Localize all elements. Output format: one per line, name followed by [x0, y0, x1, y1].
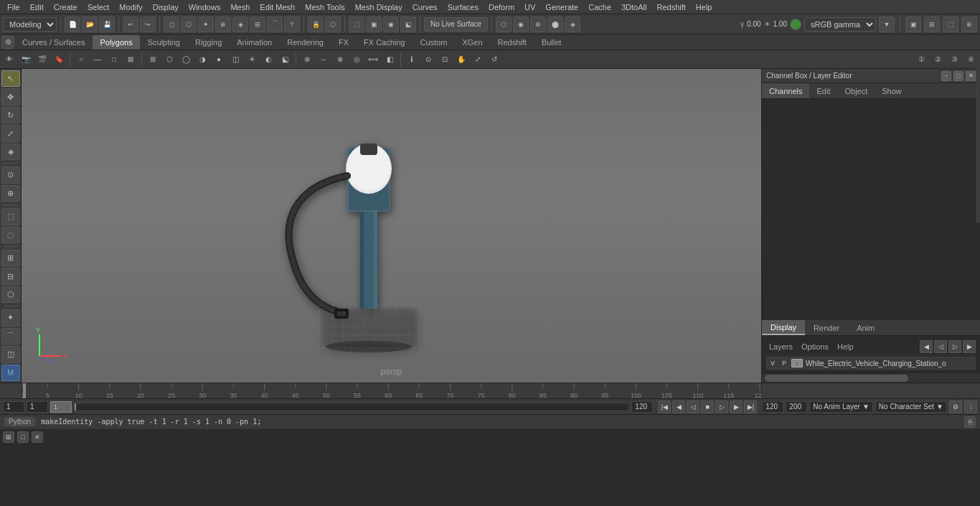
menu-mesh-tools[interactable]: Mesh Tools	[301, 1, 349, 13]
layers-tab-layers[interactable]: Layers	[766, 342, 796, 352]
menu-curves[interactable]: Curves	[408, 1, 442, 13]
soft-mod-btn[interactable]: ⊙	[1, 167, 20, 183]
layer-next2-btn[interactable]: ▷	[948, 340, 961, 353]
layer-prev2-btn[interactable]: ◁	[934, 340, 947, 353]
render6-btn[interactable]: ◉	[513, 17, 529, 32]
settings3-btn[interactable]: ⬚	[943, 17, 958, 32]
wireframe-btn[interactable]: ⬡	[161, 52, 177, 67]
undo-btn[interactable]: ↩	[123, 17, 138, 32]
select-btn[interactable]: ◻	[164, 17, 179, 32]
magnet-btn[interactable]: ◈	[232, 17, 248, 32]
tab-fx-caching[interactable]: FX Caching	[357, 35, 412, 50]
vertex-btn[interactable]: ○	[73, 52, 89, 67]
isolate-btn[interactable]: ⊙	[420, 52, 436, 67]
tab-display[interactable]: Display	[762, 320, 805, 335]
transform-btn[interactable]: ↔	[316, 52, 331, 67]
layer-item[interactable]: V P / White_Electric_Vehicle_Charging_St…	[766, 357, 976, 370]
universal-tool-btn[interactable]: ◈	[1, 144, 20, 160]
channel-box-edge-label[interactable]: Channel Box / Layer Editor	[976, 69, 980, 165]
settings-cog[interactable]: ⚙	[1, 36, 14, 49]
lasso-sel-btn[interactable]: ◌	[1, 227, 20, 243]
redo-btn[interactable]: ↪	[140, 17, 156, 32]
anim-layer-dropdown[interactable]: No Anim Layer ▼	[809, 401, 873, 413]
channel-box-close[interactable]: ✕	[966, 71, 976, 81]
curve-btn[interactable]: ⌒	[267, 17, 283, 32]
render2-btn[interactable]: ▣	[366, 17, 382, 32]
tab-curves-surfaces[interactable]: Curves / Surfaces	[15, 35, 92, 50]
tab-redshift[interactable]: Redshift	[491, 35, 534, 50]
tab-bullet[interactable]: Bullet	[534, 35, 569, 50]
layer-scrollbar[interactable]	[762, 373, 980, 383]
menu-mesh[interactable]: Mesh	[226, 1, 254, 13]
camera-btn[interactable]: 📷	[18, 52, 34, 67]
dolly-btn[interactable]: ⤢	[470, 52, 486, 67]
menu-display[interactable]: Display	[149, 1, 183, 13]
go-end-btn[interactable]: ▶|	[744, 400, 757, 413]
channel-box-minimize[interactable]: −	[941, 71, 951, 81]
anim-settings-btn[interactable]: ⚙	[949, 400, 962, 413]
cam3-btn[interactable]: ③	[946, 52, 962, 67]
tab-show[interactable]: Show	[875, 83, 909, 98]
select-tool-btn[interactable]: ↖	[1, 70, 20, 87]
menu-cache[interactable]: Cache	[584, 1, 616, 13]
focus-btn[interactable]: ⊡	[437, 52, 453, 67]
layer-visibility-v[interactable]: V	[768, 359, 777, 367]
texture-btn[interactable]: ◫	[227, 52, 243, 67]
tab-rigging[interactable]: Rigging	[188, 35, 229, 50]
render8-btn[interactable]: ⬤	[547, 17, 563, 32]
menu-create[interactable]: Create	[50, 1, 82, 13]
character-set-dropdown[interactable]: No Character Set ▼	[875, 401, 947, 413]
window-icon-btn[interactable]: ⊞	[3, 431, 14, 443]
cam1-btn[interactable]: ①	[913, 52, 929, 67]
menu-edit[interactable]: Edit	[26, 1, 48, 13]
channel-box-restore[interactable]: □	[953, 71, 963, 81]
colorspace-dropdown[interactable]: sRGB gamma	[804, 17, 876, 32]
help2-btn[interactable]: ?	[284, 17, 300, 32]
movie-btn[interactable]: 🎬	[34, 52, 50, 67]
timeline-ruler[interactable]	[22, 383, 761, 398]
layers-tab-options[interactable]: Options	[798, 342, 831, 352]
render5-btn[interactable]: ⬡	[496, 17, 512, 32]
lasso-btn[interactable]: ⬡	[181, 17, 197, 32]
viewport[interactable]: persp X Y Z	[22, 69, 761, 383]
attribute-editor-edge-label[interactable]: Attribute Editor	[976, 165, 980, 222]
shadow-btn[interactable]: ◐	[260, 52, 276, 67]
marquee-btn[interactable]: ⬚	[1, 208, 20, 225]
menu-generate[interactable]: Generate	[541, 1, 583, 13]
softsel-btn[interactable]: ◎	[349, 52, 364, 67]
shade2-btn[interactable]: ●	[211, 52, 227, 67]
reflsym-btn[interactable]: ⟺	[365, 52, 381, 67]
open-file-btn[interactable]: 📂	[82, 17, 98, 32]
menu-select[interactable]: Select	[83, 1, 114, 13]
snap1-btn[interactable]: ⊞	[1, 250, 20, 266]
colorspace-arrow-btn[interactable]: ▼	[879, 17, 895, 32]
current-frame-field[interactable]: 1	[27, 401, 48, 413]
pivot-btn[interactable]: ⊕	[299, 52, 315, 67]
lock-btn[interactable]: 🔒	[308, 17, 324, 32]
grid-btn[interactable]: ⊞	[250, 17, 265, 32]
tab-channels[interactable]: Channels	[762, 83, 809, 98]
live-surface-btn[interactable]: No Live Surface	[424, 17, 488, 32]
hud-btn[interactable]: ℹ	[404, 52, 420, 67]
tab-edit[interactable]: Edit	[809, 83, 837, 98]
deform-btn[interactable]: ◫	[1, 346, 20, 362]
layer-prev-btn[interactable]: ◀	[920, 340, 933, 353]
settings4-btn[interactable]: ⊕	[961, 17, 977, 32]
view-btn[interactable]: 👁	[1, 52, 17, 67]
menu-help[interactable]: Help	[692, 1, 717, 13]
anim-end-field[interactable]: 120	[762, 401, 783, 413]
render-region-btn[interactable]: ⬚	[349, 17, 364, 32]
xray-icon-btn[interactable]: ⬕	[277, 52, 293, 67]
step-back-btn[interactable]: ◀	[672, 400, 685, 413]
rotate-tool-btn[interactable]: ↻	[1, 107, 20, 123]
scale-tool-btn[interactable]: ⤢	[1, 125, 20, 141]
shade1-btn[interactable]: ◑	[194, 52, 210, 67]
menu-modify[interactable]: Modify	[115, 1, 146, 13]
edge-btn[interactable]: —	[90, 52, 105, 67]
tab-custom[interactable]: Custom	[413, 35, 455, 50]
step-fwd-btn[interactable]: ▶	[730, 400, 743, 413]
tab-anim[interactable]: Anim	[848, 320, 883, 335]
move-tool-btn[interactable]: ✥	[1, 88, 20, 105]
layer-visibility-p[interactable]: P	[780, 359, 788, 367]
tab-fx[interactable]: FX	[331, 35, 356, 50]
